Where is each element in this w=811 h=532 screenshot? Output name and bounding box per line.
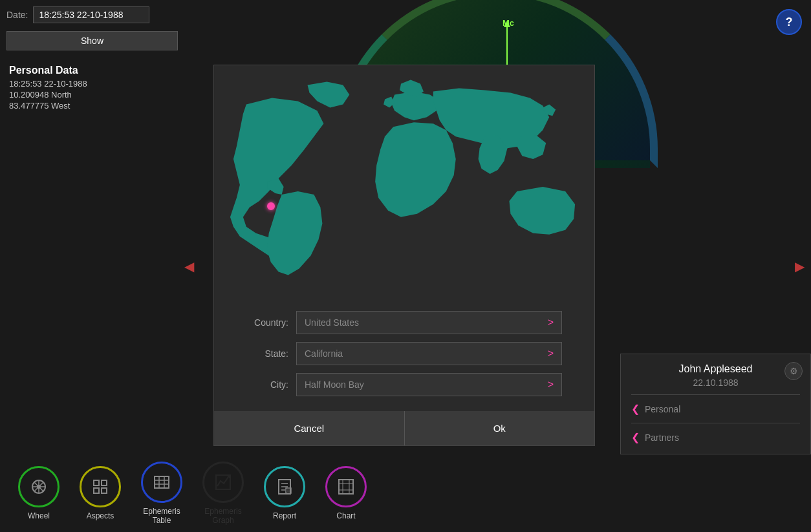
- chart-label: Chart: [336, 511, 355, 520]
- aspects-label: Aspects: [87, 511, 114, 520]
- country-row: Country: United States >: [246, 311, 562, 334]
- ephemeris-graph-icon: [202, 462, 244, 503]
- profile-divider-2: [631, 423, 800, 423]
- svg-rect-9: [94, 488, 99, 493]
- report-icon: [264, 466, 305, 507]
- modal-buttons: Cancel Ok: [214, 411, 594, 445]
- location-form: Country: United States > State: Californ…: [214, 298, 594, 409]
- show-button[interactable]: Show: [6, 31, 178, 50]
- state-value: California: [305, 348, 343, 359]
- profile-gear-button[interactable]: ⚙: [784, 362, 803, 380]
- nav-item-wheel[interactable]: Wheel: [13, 466, 65, 520]
- mc-arrow: [506, 26, 508, 65]
- nav-item-ephemeris-table[interactable]: Ephemeris Table: [136, 462, 188, 525]
- wheel-label: Wheel: [28, 511, 50, 520]
- city-value: Half Moon Bay: [305, 379, 364, 390]
- svg-rect-23: [339, 480, 353, 494]
- profile-date: 22.10.1988: [631, 378, 800, 388]
- nav-item-ephemeris-graph[interactable]: Ephemeris Graph: [197, 462, 249, 525]
- personal-data-lon: 83.477775 West: [9, 101, 87, 111]
- svg-rect-7: [94, 480, 99, 485]
- report-label: Report: [273, 511, 296, 520]
- wheel-icon: [18, 466, 59, 507]
- profile-panel: John Appleseed 22.10.1988 ⚙ ❮ Personal ❮…: [620, 354, 811, 454]
- world-map[interactable]: [214, 65, 594, 298]
- country-arrow-icon[interactable]: >: [548, 317, 554, 328]
- personal-data-title: Personal Data: [9, 65, 87, 76]
- city-select[interactable]: Half Moon Bay >: [296, 373, 562, 396]
- country-select[interactable]: United States >: [296, 311, 562, 334]
- profile-name: John Appleseed: [631, 363, 800, 375]
- profile-partners-row[interactable]: ❮ Partners: [631, 427, 800, 447]
- state-label: State:: [246, 348, 288, 359]
- date-input[interactable]: [33, 6, 149, 23]
- chart-icon: [325, 466, 367, 507]
- profile-divider: [631, 394, 800, 395]
- date-label: Date:: [6, 10, 28, 20]
- location-pin: [267, 202, 275, 210]
- right-arrow-icon[interactable]: ▶: [795, 259, 805, 274]
- personal-label: Personal: [645, 404, 680, 414]
- svg-rect-8: [102, 480, 107, 485]
- ephemeris-table-label: Ephemeris Table: [143, 507, 180, 525]
- nav-item-aspects[interactable]: Aspects: [74, 466, 126, 520]
- partners-label: Partners: [645, 432, 679, 443]
- state-row: State: California >: [246, 342, 562, 365]
- partners-chevron-icon[interactable]: ❮: [631, 431, 640, 443]
- ok-button[interactable]: Ok: [405, 411, 595, 445]
- ephemeris-table-icon: [141, 462, 182, 503]
- aspects-icon: [80, 466, 121, 507]
- svg-rect-10: [102, 488, 107, 493]
- location-modal: Country: United States > State: Californ…: [213, 65, 595, 446]
- city-row: City: Half Moon Bay >: [246, 373, 562, 396]
- svg-rect-11: [155, 476, 169, 488]
- state-arrow-icon[interactable]: >: [548, 348, 554, 359]
- top-bar: Date:: [6, 6, 149, 23]
- nav-item-report[interactable]: Report: [259, 466, 310, 520]
- cancel-button[interactable]: Cancel: [214, 411, 405, 445]
- personal-data-section: Personal Data 18:25:53 22-10-1988 10.200…: [9, 65, 87, 112]
- nav-item-chart[interactable]: Chart: [320, 466, 372, 520]
- profile-personal-row[interactable]: ❮ Personal: [631, 399, 800, 419]
- ephemeris-graph-label: Ephemeris Graph: [204, 507, 241, 525]
- country-value: United States: [305, 317, 359, 328]
- country-label: Country:: [246, 317, 288, 328]
- state-select[interactable]: California >: [296, 342, 562, 365]
- personal-data-datetime: 18:25:53 22-10-1988: [9, 79, 87, 89]
- bottom-nav: Wheel Aspects Ephemeris Table: [0, 454, 811, 532]
- personal-chevron-icon[interactable]: ❮: [631, 403, 640, 415]
- personal-data-lat: 10.200948 North: [9, 90, 87, 100]
- city-arrow-icon[interactable]: >: [548, 379, 554, 390]
- left-arrow-icon[interactable]: ◀: [184, 259, 194, 274]
- city-label: City:: [246, 379, 288, 390]
